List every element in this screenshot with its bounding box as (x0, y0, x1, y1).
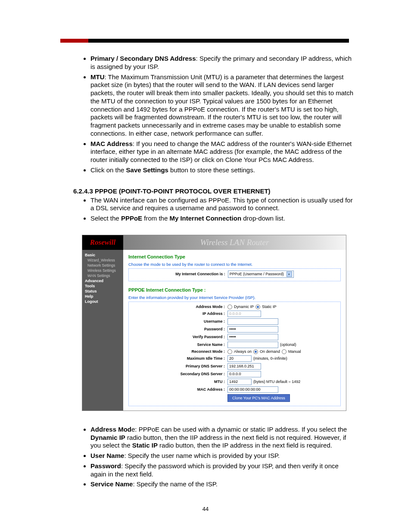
service-name-label: Service Name : (132, 342, 227, 347)
ip-address-input[interactable]: 0.0.0.0 (227, 311, 261, 317)
clone-mac-button[interactable]: Clone Your PC's MAC Address (227, 394, 290, 402)
router-screenshot: Rosewill Wireless LAN Router Basic Wizar… (82, 235, 346, 411)
service-name-input[interactable] (227, 342, 278, 348)
list-item: Password: Specify the password which is … (90, 462, 355, 479)
mtu-label: MTU : (132, 380, 227, 384)
list-item: MAC Address: If you need to change the M… (90, 140, 355, 164)
ip-address-label: IP Address : (132, 311, 227, 316)
my-connection-label: My Internet Connection is : (175, 272, 228, 276)
reconnect-mode-label: Reconnect Mode : (132, 349, 227, 354)
list-item: User Name: Specify the user name which i… (90, 452, 355, 460)
router-main: Internet Connection Type Choose the mode… (123, 250, 346, 411)
nav-advanced[interactable]: Advanced (82, 278, 123, 283)
radio-dynamic-ip[interactable] (227, 305, 232, 309)
header-bar (60, 39, 349, 43)
nav-wan-settings[interactable]: WAN Settings (82, 273, 123, 278)
header-accent (60, 39, 88, 43)
list-item: MTU: The Maximum Transmission Unit (MTU)… (90, 73, 355, 138)
section1-title: Internet Connection Type (128, 254, 341, 259)
section2-title: PPPOE Internet Connection Type : (128, 287, 341, 292)
list-item: Service Name: Specify the name of the IS… (90, 480, 355, 488)
nav-logout[interactable]: Logout (82, 299, 123, 304)
secondary-dns-label: Secondary DNS Server : (132, 372, 227, 376)
list-item: The WAN interface can be configured as P… (90, 196, 355, 213)
username-label: Username : (132, 319, 227, 324)
address-mode-label: Address Mode : (132, 305, 227, 309)
primary-dns-input[interactable]: 192.168.0.251 (227, 363, 261, 370)
router-nav: Basic Wizard_Wireless Network Settings W… (82, 250, 123, 411)
password-input[interactable]: ••••• (227, 326, 278, 333)
chevron-down-icon: ▾ (286, 271, 292, 277)
section2-sub: Enter the information provided by your I… (128, 295, 341, 300)
bullet-list-bottom: Address Mode: PPPoE can be used with a d… (73, 426, 355, 488)
radio-on-demand[interactable] (253, 349, 258, 354)
primary-dns-label: Primary DNS Server : (132, 364, 227, 368)
my-connection-select[interactable]: PPPoE (Username / Password) ▾ (228, 271, 294, 278)
radio-always-on[interactable] (227, 349, 232, 354)
nav-basic[interactable]: Basic (82, 252, 123, 258)
list-item: Select the PPPoE from the My Internet Co… (90, 215, 355, 223)
radio-static-ip[interactable] (255, 305, 260, 309)
idle-time-label: Maximum Idle Time : (132, 356, 227, 361)
router-title: Wireless LAN Router (123, 235, 346, 250)
verify-password-input[interactable]: ••••• (227, 334, 278, 340)
nav-tools[interactable]: Tools (82, 283, 123, 289)
bullet-list-top: Primary / Secondary DNS Address: Specify… (73, 55, 355, 174)
password-label: Password : (132, 327, 227, 331)
mac-address-input[interactable]: 00:00:00:00:00:00 (227, 386, 278, 393)
nav-wireless-settings[interactable]: Wireless Settings (82, 268, 123, 273)
bullet-list-mid: The WAN interface can be configured as P… (73, 196, 355, 223)
page-number: 44 (0, 506, 411, 512)
idle-time-input[interactable]: 20 (227, 355, 252, 362)
secondary-dns-input[interactable]: 0.0.0.0 (227, 371, 261, 377)
nav-network-settings[interactable]: Network Settings (82, 263, 123, 268)
section1-sub: Choose the mode to be used by the router… (128, 262, 341, 267)
verify-password-label: Verify Password : (132, 335, 227, 339)
section-heading: 6.2.4.3 PPPOE (POINT-TO-POINT PROTOCOL O… (73, 187, 355, 195)
list-item: Address Mode: PPPoE can be used with a d… (90, 426, 355, 450)
nav-wizard-wireless[interactable]: Wizard_Wireless (82, 258, 123, 263)
nav-help[interactable]: Help (82, 294, 123, 299)
mtu-input[interactable]: 1492 (227, 379, 252, 385)
router-logo: Rosewill (82, 235, 123, 250)
mac-address-label: MAC Address : (132, 387, 227, 392)
username-input[interactable] (227, 318, 278, 325)
list-item: Click on the Save Settings button to sto… (90, 166, 355, 174)
nav-status[interactable]: Status (82, 289, 123, 294)
list-item: Primary / Secondary DNS Address: Specify… (90, 55, 355, 71)
radio-manual[interactable] (282, 349, 286, 354)
